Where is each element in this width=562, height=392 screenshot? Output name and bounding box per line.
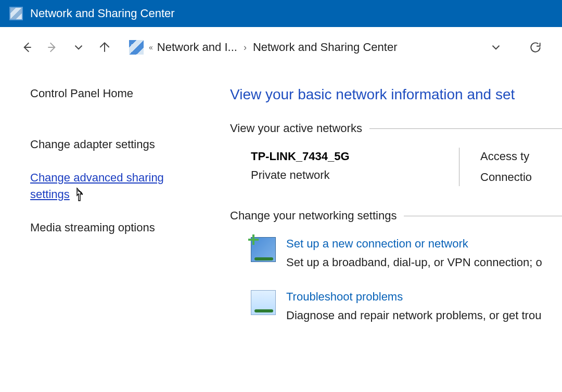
troubleshoot-desc: Diagnose and repair network problems, or…: [286, 309, 541, 322]
network-icon: [9, 7, 23, 20]
sidebar: Control Panel Home Change adapter settin…: [0, 68, 208, 392]
change-advanced-sharing-link[interactable]: Change advanced sharing settings: [30, 169, 190, 203]
vertical-divider: [459, 148, 459, 186]
divider: [369, 128, 562, 129]
chevron-down-icon: [72, 41, 85, 54]
troubleshoot-icon: [251, 290, 276, 315]
setup-connection-desc: Set up a broadband, dial-up, or VPN conn…: [286, 256, 542, 269]
refresh-button[interactable]: [523, 35, 547, 59]
connections-label: Connectio: [480, 171, 532, 184]
recent-dropdown-button[interactable]: [67, 35, 91, 59]
breadcrumb-overflow-icon[interactable]: «: [149, 43, 152, 51]
breadcrumb[interactable]: « Network and I... › Network and Sharing…: [149, 41, 471, 54]
active-network-row: TP-LINK_7434_5G Private network Access t…: [230, 150, 562, 184]
arrow-up-icon: [98, 41, 111, 54]
breadcrumb-part-1[interactable]: Network and I...: [157, 41, 237, 54]
up-button[interactable]: [93, 35, 117, 59]
breadcrumb-dropdown-button[interactable]: [484, 35, 508, 59]
titlebar: Network and Sharing Center: [0, 0, 562, 27]
troubleshoot-option[interactable]: Troubleshoot problems Diagnose and repai…: [230, 290, 562, 322]
control-panel-home-link[interactable]: Control Panel Home: [30, 85, 190, 102]
arrow-right-icon: [46, 41, 59, 54]
breadcrumb-part-2[interactable]: Network and Sharing Center: [253, 41, 398, 54]
chevron-down-icon: [489, 41, 503, 54]
forward-button[interactable]: [41, 35, 65, 59]
refresh-icon: [529, 41, 542, 54]
active-networks-header: View your active networks: [230, 122, 562, 135]
media-streaming-options-link[interactable]: Media streaming options: [30, 219, 190, 236]
navigation-bar: « Network and I... › Network and Sharing…: [0, 27, 562, 68]
setup-connection-title[interactable]: Set up a new connection or network: [286, 237, 542, 251]
network-type: Private network: [251, 168, 407, 182]
page-heading: View your basic network information and …: [230, 86, 562, 103]
setup-connection-option[interactable]: Set up a new connection or network Set u…: [230, 237, 562, 269]
chevron-right-icon: ›: [242, 42, 248, 53]
troubleshoot-title[interactable]: Troubleshoot problems: [286, 290, 541, 304]
window-title: Network and Sharing Center: [30, 7, 175, 20]
back-button[interactable]: [15, 35, 39, 59]
breadcrumb-icon: [129, 40, 144, 55]
access-type-label: Access ty: [480, 150, 532, 163]
arrow-left-icon: [20, 41, 33, 54]
divider: [404, 216, 562, 216]
network-name: TP-LINK_7434_5G: [251, 150, 407, 163]
main-content: View your basic network information and …: [208, 68, 562, 392]
setup-connection-icon: [251, 237, 276, 262]
change-settings-header: Change your networking settings: [230, 209, 562, 223]
change-adapter-settings-link[interactable]: Change adapter settings: [30, 136, 190, 153]
